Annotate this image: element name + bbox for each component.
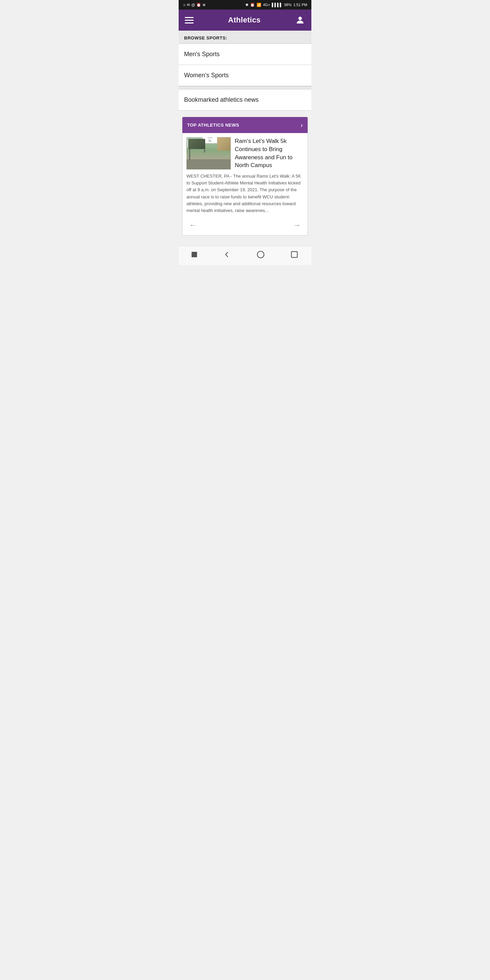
home-icon — [256, 250, 265, 259]
browse-label: BROWSE SPORTS: — [184, 35, 227, 40]
news-card-body: is madepossibleby...The Palace is madepo… — [182, 133, 308, 235]
news-prev-button[interactable]: ← — [186, 220, 199, 231]
section-divider — [179, 86, 311, 89]
recents-icon — [191, 251, 197, 258]
womens-sports-item[interactable]: Women's Sports — [179, 65, 311, 86]
clock-icon: ⏰ — [250, 3, 255, 7]
bottom-nav-bar — [179, 246, 311, 265]
news-nav-controls: ← → — [186, 218, 304, 231]
status-bar: ♫ ✉ @ ⏰ ⊕ ✱ ⏰ 📶 4G+ ▌▌▌▌ 98% 1:51 PM — [179, 0, 311, 10]
plus-icon: ⊕ — [202, 3, 205, 7]
bluetooth-icon: ✱ — [245, 3, 248, 7]
user-avatar-icon — [295, 15, 305, 25]
news-section-title: TOP ATHLETICS NEWS — [187, 123, 239, 127]
home-button[interactable] — [256, 250, 265, 259]
svg-rect-1 — [192, 252, 197, 257]
news-card-header[interactable]: TOP ATHLETICS NEWS › — [182, 117, 308, 133]
at-icon: @ — [191, 3, 195, 7]
app-header: Athletics — [179, 10, 311, 30]
back-button[interactable] — [222, 250, 231, 259]
svg-rect-3 — [292, 251, 298, 257]
page-title: Athletics — [228, 16, 261, 24]
svg-point-0 — [298, 17, 302, 20]
news-article-image: is madepossibleby...The Palace is madepo… — [186, 137, 231, 169]
recent-apps-button[interactable] — [290, 250, 299, 259]
recents-button[interactable] — [191, 251, 197, 258]
current-time: 1:51 PM — [293, 3, 307, 7]
user-profile-button[interactable] — [295, 15, 305, 25]
news-article-body: WEST CHESTER, PA - The annual Rams Let's… — [186, 173, 304, 214]
network-indicator: 4G+ — [263, 3, 270, 7]
svg-point-2 — [257, 251, 264, 258]
news-section-chevron: › — [301, 121, 303, 129]
alarm-icon: ⏰ — [196, 3, 201, 7]
news-top-row: is madepossibleby...The Palace is madepo… — [186, 137, 304, 169]
back-icon — [222, 250, 231, 259]
news-next-button[interactable]: → — [291, 220, 304, 231]
top-athletics-news-card: TOP ATHLETICS NEWS › is madepossibleby..… — [182, 117, 308, 235]
music-icon: ♫ — [183, 3, 185, 7]
wifi-icon: 📶 — [256, 3, 261, 7]
recent-apps-icon — [290, 250, 299, 259]
mail-icon: ✉ — [187, 3, 190, 7]
status-icons-right: ✱ ⏰ 📶 4G+ ▌▌▌▌ 98% 1:51 PM — [245, 3, 307, 7]
browse-sports-header: BROWSE SPORTS: — [179, 30, 311, 44]
sports-nav-list: Men's Sports Women's Sports — [179, 44, 311, 86]
mens-sports-item[interactable]: Men's Sports — [179, 44, 311, 65]
bookmarked-athletics-item[interactable]: Bookmarked athletics news — [179, 89, 311, 111]
menu-button[interactable] — [185, 17, 194, 24]
signal-bars: ▌▌▌▌ — [272, 3, 282, 7]
news-article-title: Ram's Let's Walk 5k Continues to Bring A… — [235, 137, 304, 169]
battery-indicator: 98% — [284, 3, 292, 7]
bookmarks-nav-list: Bookmarked athletics news — [179, 89, 311, 111]
status-icons-left: ♫ ✉ @ ⏰ ⊕ — [183, 3, 205, 7]
